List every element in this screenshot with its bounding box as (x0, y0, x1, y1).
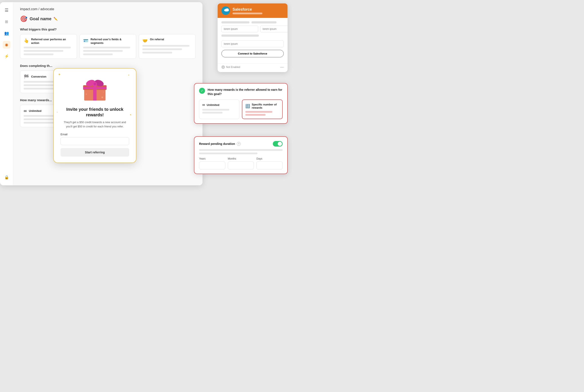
sf-input-3[interactable] (221, 40, 284, 47)
rq-check-icon: ✓ (199, 88, 205, 94)
rp-title: Reward pending duration (199, 142, 235, 146)
target-icon: ◉ (5, 42, 8, 47)
start-referring-button[interactable]: Start referring (61, 148, 129, 156)
svg-point-10 (102, 96, 103, 98)
rq-skel (245, 114, 266, 116)
svg-point-9 (103, 92, 104, 92)
days-label: Days (256, 157, 283, 160)
trigger-card-fields-header: 🪪 Referred user's fields & segments (83, 38, 133, 45)
rq-skel (245, 111, 272, 113)
specific-rewards-title: Specific number of rewards (252, 103, 279, 109)
trigger-action-title: Referred user performs an action (31, 38, 73, 45)
sidebar-item-users[interactable]: 👥 (3, 30, 11, 37)
svg-point-7 (94, 83, 96, 85)
rq-skel (202, 109, 229, 110)
unlimited-title: Unlimited (207, 103, 219, 106)
hamburger-icon: ☰ (5, 8, 9, 13)
rp-skel (199, 149, 283, 151)
rp-header: Reward pending duration ? (199, 141, 283, 146)
trigger-cards-row: 👆 Referred user performs an action 🪪 Ref… (20, 34, 196, 59)
toggle-knob (278, 142, 282, 146)
completion-title: Conversion (31, 75, 47, 78)
rq-option-unlimited-header: ∞ Unlimited (202, 103, 236, 107)
goal-name-label: Goal name (30, 16, 51, 21)
sf-header: Salesforce (218, 4, 288, 18)
rp-title-row: Reward pending duration ? (199, 142, 241, 146)
sf-progress-bar (233, 12, 262, 14)
sf-title: Salesforce (233, 7, 262, 12)
skeleton (142, 52, 172, 54)
rq-skel (202, 112, 223, 114)
sf-skel (221, 34, 259, 37)
gift-box-svg (81, 75, 109, 103)
sidebar: ☰ ⊞ 👥 ◉ ⚡ 🔒 (0, 2, 13, 185)
skeleton (24, 47, 71, 48)
rp-fields-row: Years Months Days (199, 157, 283, 169)
sf-status-text: Not Enabled (226, 66, 240, 68)
reward-pending-toggle[interactable] (273, 141, 283, 146)
sidebar-item-hamburger[interactable]: ☰ (3, 6, 11, 14)
trigger-action-icon: 👆 (24, 38, 29, 43)
lock-icon: 🔒 (4, 175, 9, 180)
sf-minimize-icon[interactable]: — (280, 65, 284, 69)
years-label: Years (199, 157, 225, 160)
skeleton (24, 122, 58, 124)
sparkle-dot4: ✦ (130, 113, 132, 116)
trigger-card-action[interactable]: 👆 Referred user performs an action (20, 34, 77, 59)
sf-not-icon: ✕ (221, 66, 225, 69)
goal-header: 🎯 Goal name ✏️ (20, 15, 196, 22)
sidebar-item-grid[interactable]: ⊞ (3, 18, 11, 26)
sf-body: Connect to Salesforce (218, 18, 288, 63)
rewards-title: Unlimited (29, 109, 41, 112)
svg-rect-3 (83, 87, 107, 89)
sparkle-dot: ✦ (58, 72, 61, 76)
specific-rewards-icon: 🔢 (245, 104, 250, 108)
trigger-card-referral-header: 🤝 On referral (142, 38, 192, 43)
days-input[interactable] (256, 162, 283, 169)
rq-options: ∞ Unlimited 🔢 Specific number of rewards (199, 100, 283, 119)
trigger-fields-icon: 🪪 (83, 38, 89, 43)
lightning-icon: ⚡ (4, 54, 9, 58)
svg-point-8 (86, 94, 87, 95)
rq-option-unlimited[interactable]: ∞ Unlimited (199, 100, 239, 119)
users-icon: 👥 (4, 31, 9, 36)
rq-option-specific[interactable]: 🔢 Specific number of rewards (242, 100, 283, 119)
skeleton (24, 50, 63, 52)
sf-footer: ✕ Not Enabled — (218, 63, 288, 72)
skeleton (24, 88, 58, 90)
trigger-card-referral[interactable]: 🤝 On referral (139, 34, 196, 59)
months-label: Months (228, 157, 254, 160)
email-label: Email (61, 133, 129, 136)
sf-input-2[interactable] (260, 26, 288, 32)
rp-skel (199, 152, 257, 154)
connect-to-salesforce-button[interactable]: Connect to Salesforce (221, 50, 284, 57)
trigger-card-fields[interactable]: 🪪 Referred user's fields & segments (80, 34, 136, 59)
sidebar-item-target[interactable]: ◉ (3, 41, 11, 48)
sf-input-1[interactable] (221, 26, 258, 32)
trigger-referral-title: On referral (150, 38, 164, 41)
email-input[interactable] (61, 137, 129, 145)
rp-info-icon[interactable]: ? (237, 142, 241, 146)
sf-title-group: Salesforce (233, 7, 262, 14)
trigger-fields-title: Referred user's fields & segments (91, 38, 133, 45)
grid-icon: ⊞ (5, 20, 8, 24)
years-input[interactable] (199, 162, 225, 169)
triggers-section-title: What triggers this goal? (20, 28, 196, 31)
breadcrumb: impact.com / advocate (20, 7, 196, 11)
skeleton (24, 54, 54, 55)
sf-skel (252, 21, 276, 24)
sidebar-item-lock[interactable]: 🔒 (3, 174, 11, 181)
rq-header: ✓ How many rewards is the referrer allow… (199, 88, 283, 96)
skeleton (83, 54, 113, 55)
sf-logo (221, 6, 230, 15)
sidebar-item-lightning[interactable]: ⚡ (3, 52, 11, 60)
skeleton (142, 48, 182, 50)
gift-image (81, 75, 109, 103)
months-input[interactable] (228, 162, 254, 169)
sparkle-dot3: • (57, 111, 58, 113)
edit-goal-icon[interactable]: ✏️ (54, 17, 58, 21)
salesforce-panel: Salesforce Connect to Salesforce ✕ Not E… (217, 3, 288, 72)
completion-icon: 🏁 (24, 74, 29, 79)
salesforce-cloud-icon (223, 8, 229, 13)
rp-field-months: Months (228, 157, 254, 169)
